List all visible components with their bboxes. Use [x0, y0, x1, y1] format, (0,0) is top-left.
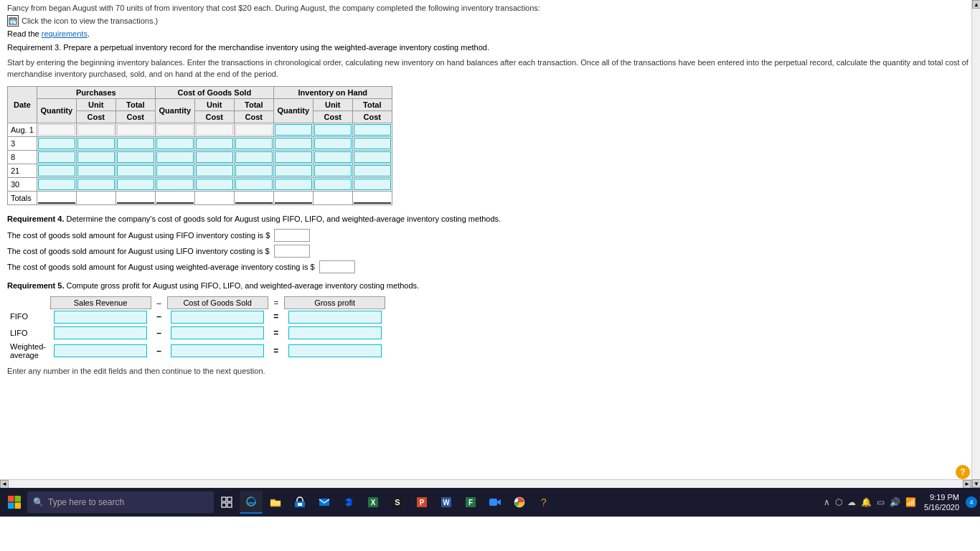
- req5-sr-cell-2[interactable]: [50, 341, 151, 361]
- cell-21-totalcost-c[interactable]: [234, 164, 273, 177]
- input-3-unitcost-i[interactable]: [314, 138, 352, 149]
- input-30-unitcost-c[interactable]: [196, 179, 233, 190]
- req5-cogs-cell-2[interactable]: [167, 341, 268, 361]
- input-30-unitcost-i[interactable]: [314, 179, 352, 190]
- scrivener-btn[interactable]: S: [386, 491, 409, 514]
- cell-21-unitcost-i[interactable]: [313, 164, 352, 177]
- req5-sr-input-1[interactable]: [54, 326, 147, 339]
- cell-3-totalcost-c[interactable]: [234, 136, 273, 150]
- input-3-qty-c[interactable]: [156, 138, 194, 149]
- cell-Totals-totalcost-p[interactable]: [116, 191, 155, 204]
- cell-21-unitcost-c[interactable]: [194, 164, 234, 177]
- input-3-qty-p[interactable]: [38, 138, 75, 149]
- cell-30-qty-c[interactable]: [155, 177, 194, 191]
- input-30-qty-i[interactable]: [275, 179, 312, 190]
- req5-cogs-cell-1[interactable]: [167, 325, 268, 341]
- powerpoint-btn[interactable]: P: [410, 491, 433, 514]
- input-3-unitcost-p[interactable]: [77, 138, 115, 149]
- tray-chevron[interactable]: ∧: [822, 497, 831, 507]
- cell-Totals-unitcost-i[interactable]: [313, 191, 352, 204]
- cell-Aug.1-totalcost-c[interactable]: [234, 123, 273, 136]
- req5-gp-cell-1[interactable]: [285, 325, 385, 341]
- clock[interactable]: 9:19 PM 5/16/2020: [920, 492, 963, 513]
- input-8-unitcost-p[interactable]: [77, 151, 115, 163]
- lifo-input[interactable]: [274, 245, 310, 258]
- requirements-link[interactable]: requirements: [42, 29, 88, 38]
- input-3-qty-i[interactable]: [275, 138, 312, 149]
- input-21-qty-c[interactable]: [156, 165, 194, 176]
- store-btn[interactable]: [288, 491, 311, 514]
- scroll-down[interactable]: ▼: [972, 479, 980, 488]
- req5-cogs-cell-0[interactable]: [167, 309, 268, 325]
- tray-volume[interactable]: 🔊: [888, 497, 902, 507]
- word-btn[interactable]: W: [435, 491, 458, 514]
- req5-sr-input-2[interactable]: [54, 344, 147, 357]
- cell-8-totalcost-c[interactable]: [234, 150, 273, 164]
- cell-30-totalcost-c[interactable]: [234, 177, 273, 191]
- cell-Totals-qty-p[interactable]: [37, 191, 76, 204]
- req5-gp-cell-0[interactable]: [285, 309, 385, 325]
- cell-30-unitcost-p[interactable]: [76, 177, 116, 191]
- cell-30-unitcost-c[interactable]: [194, 177, 234, 191]
- req5-gp-input-1[interactable]: [288, 326, 382, 339]
- tray-notification[interactable]: 🔔: [859, 497, 873, 507]
- cell-21-qty-c[interactable]: [155, 164, 194, 177]
- input-8-qty-c[interactable]: [156, 151, 194, 163]
- zoom-btn[interactable]: [484, 491, 507, 514]
- cell-3-totalcost-i[interactable]: [352, 136, 392, 150]
- cell-30-totalcost-p[interactable]: [116, 177, 155, 191]
- req5-cogs-input-1[interactable]: [171, 326, 264, 339]
- input-Totals-qty-p[interactable]: [38, 192, 75, 204]
- input-30-unitcost-p[interactable]: [77, 179, 115, 190]
- dropbox-btn[interactable]: [337, 491, 360, 514]
- input-21-totalcost-p[interactable]: [117, 165, 154, 176]
- scroll-right[interactable]: ►: [963, 480, 971, 489]
- excel-btn[interactable]: X: [362, 491, 385, 514]
- input-Aug.1-unitcost-i[interactable]: [314, 124, 352, 136]
- cell-Totals-qty-c[interactable]: [155, 191, 194, 204]
- cell-Aug.1-qty-c[interactable]: [155, 123, 194, 136]
- cell-8-qty-i[interactable]: [273, 150, 313, 164]
- input-21-qty-i[interactable]: [275, 165, 312, 176]
- cell-8-qty-c[interactable]: [155, 150, 194, 164]
- cell-Aug.1-qty-i[interactable]: [273, 123, 313, 136]
- taskbar-search[interactable]: 🔍 Type here to search: [27, 491, 214, 513]
- input-30-totalcost-i[interactable]: [354, 179, 391, 190]
- tray-cloud[interactable]: ☁: [846, 497, 857, 507]
- edge-btn[interactable]: [240, 491, 263, 514]
- input-30-totalcost-p[interactable]: [117, 179, 154, 190]
- input-8-qty-p[interactable]: [38, 151, 75, 163]
- cell-3-unitcost-c[interactable]: [194, 136, 234, 150]
- start-button[interactable]: [3, 491, 26, 514]
- input-Totals-totalcost-c[interactable]: [235, 192, 273, 204]
- req5-sr-input-0[interactable]: [54, 311, 147, 324]
- input-Aug.1-totalcost-i[interactable]: [354, 124, 391, 136]
- cell-Aug.1-totalcost-p[interactable]: [116, 123, 155, 136]
- req5-cogs-input-2[interactable]: [171, 344, 264, 357]
- chrome-btn[interactable]: [508, 491, 531, 514]
- cell-Totals-qty-i[interactable]: [273, 191, 313, 204]
- input-Totals-qty-i[interactable]: [275, 192, 312, 204]
- input-Aug.1-qty-i[interactable]: [275, 124, 312, 136]
- input-21-unitcost-p[interactable]: [77, 165, 115, 176]
- cell-8-unitcost-i[interactable]: [313, 150, 352, 164]
- tray-network[interactable]: ⬡: [834, 497, 844, 507]
- input-Aug.1-totalcost-c[interactable]: [235, 124, 273, 136]
- input-21-totalcost-c[interactable]: [235, 165, 273, 176]
- req5-sr-cell-0[interactable]: [50, 309, 151, 325]
- req5-gp-cell-2[interactable]: [285, 341, 385, 361]
- input-21-unitcost-c[interactable]: [196, 165, 233, 176]
- input-Aug.1-qty-c[interactable]: [156, 124, 194, 136]
- req5-cogs-input-0[interactable]: [171, 311, 264, 324]
- calendar-icon[interactable]: [7, 15, 19, 27]
- cell-Totals-unitcost-c[interactable]: [194, 191, 234, 204]
- cell-21-unitcost-p[interactable]: [76, 164, 116, 177]
- cell-Aug.1-totalcost-i[interactable]: [352, 123, 392, 136]
- cell-30-totalcost-i[interactable]: [352, 177, 392, 191]
- input-8-qty-i[interactable]: [275, 151, 312, 163]
- cell-3-unitcost-i[interactable]: [313, 136, 352, 150]
- input-Totals-qty-c[interactable]: [156, 192, 194, 204]
- help-taskbar-btn[interactable]: ?: [532, 491, 555, 514]
- input-3-totalcost-i[interactable]: [354, 138, 391, 149]
- cell-3-unitcost-p[interactable]: [76, 136, 116, 150]
